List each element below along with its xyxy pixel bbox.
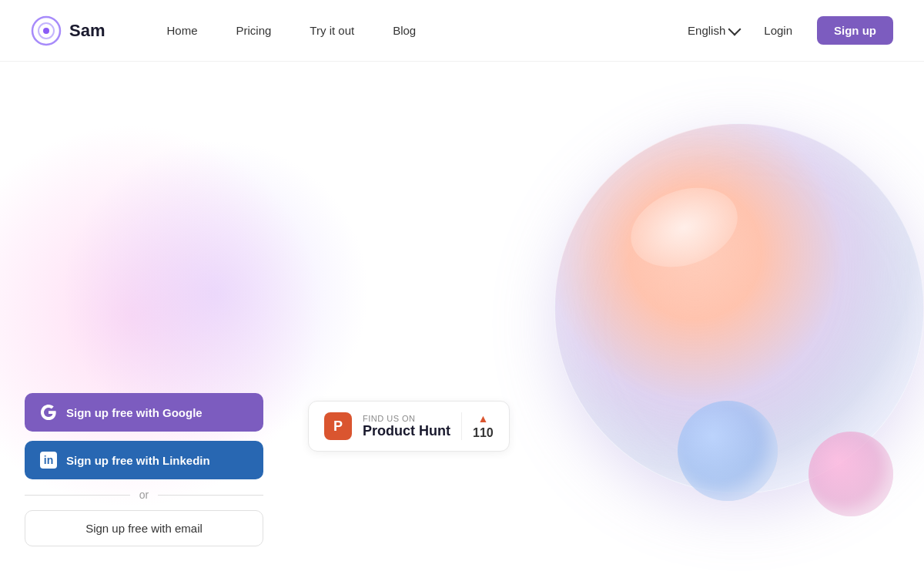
email-signup-label: Sign up free with email <box>85 522 203 535</box>
small-blue-orb <box>678 401 778 501</box>
nav-try-it-out[interactable]: Try it out <box>310 24 354 37</box>
logo-label: Sam <box>69 21 105 41</box>
product-hunt-name: Product Hunt <box>363 423 450 439</box>
signup-panel: Sign up free with Google in Sign up free… <box>25 393 263 546</box>
product-hunt-badge[interactable]: P FIND US ON Product Hunt ▲ 110 <box>308 401 510 452</box>
nav-home[interactable]: Home <box>166 24 197 37</box>
nav-blog[interactable]: Blog <box>393 24 416 37</box>
or-divider: or <box>25 489 263 501</box>
product-hunt-icon: P <box>324 412 352 440</box>
chevron-down-icon <box>728 22 742 35</box>
language-selector[interactable]: English <box>688 24 739 37</box>
orb-container <box>447 77 924 578</box>
google-signup-button[interactable]: Sign up free with Google <box>25 393 263 432</box>
navbar: Sam Home Pricing Try it out Blog English… <box>0 0 924 62</box>
google-signup-label: Sign up free with Google <box>66 406 203 419</box>
google-icon <box>40 404 57 421</box>
or-label: or <box>139 489 149 501</box>
linkedin-signup-button[interactable]: in Sign up free with Linkedin <box>25 441 263 479</box>
product-hunt-text: FIND US ON Product Hunt <box>363 414 450 439</box>
email-signup-button[interactable]: Sign up free with email <box>25 510 263 546</box>
linkedin-signup-label: Sign up free with Linkedin <box>66 454 210 467</box>
signup-button[interactable]: Sign up <box>817 16 893 45</box>
nav-right: English Login Sign up <box>688 16 893 45</box>
logo[interactable]: Sam <box>31 15 105 46</box>
nav-links: Home Pricing Try it out Blog <box>166 24 688 37</box>
main-content: Sign up free with Google in Sign up free… <box>0 62 924 578</box>
product-hunt-find-us: FIND US ON <box>363 414 450 423</box>
product-hunt-count-area: ▲ 110 <box>461 412 494 440</box>
linkedin-icon: in <box>40 452 57 469</box>
svg-point-2 <box>43 28 49 34</box>
product-hunt-count: 110 <box>473 426 494 440</box>
small-pink-orb <box>808 432 893 516</box>
logo-icon <box>31 15 62 46</box>
login-button[interactable]: Login <box>752 18 805 43</box>
main-orb <box>554 123 924 493</box>
language-label: English <box>688 24 725 37</box>
nav-pricing[interactable]: Pricing <box>236 24 272 37</box>
upvote-arrow-icon: ▲ <box>477 412 488 425</box>
